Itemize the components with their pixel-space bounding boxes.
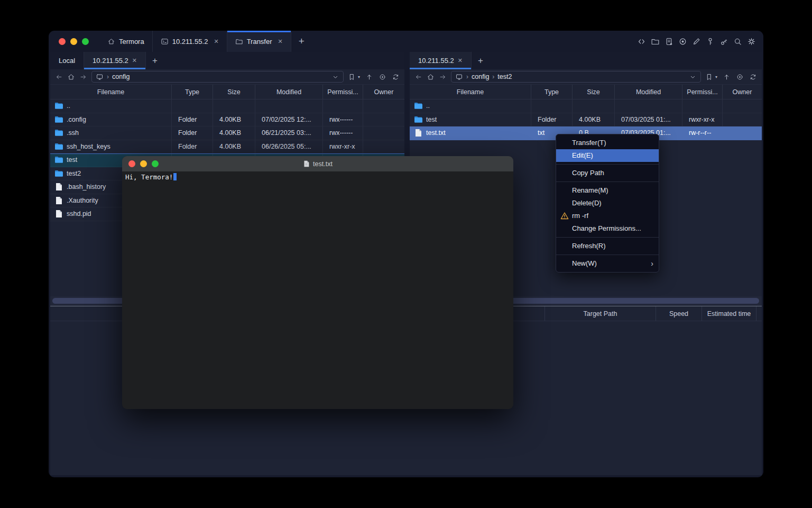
home-icon[interactable]: [427, 73, 435, 81]
menu-item-edit[interactable]: Edit(E): [556, 149, 659, 162]
path-segment[interactable]: test2: [497, 73, 512, 80]
cell-size: 4.00KB: [213, 113, 255, 127]
chevron-down-icon[interactable]: [331, 73, 339, 81]
editor-titlebar[interactable]: test.txt: [122, 156, 513, 171]
cell-owner: [363, 99, 404, 113]
column-header[interactable]: Filename: [410, 85, 531, 99]
home-icon[interactable]: [67, 73, 75, 81]
table-row[interactable]: .config Folder 4.00KB 07/02/2025 12:... …: [50, 113, 404, 127]
menu-item-copy-path[interactable]: Copy Path: [556, 167, 659, 179]
cell-permissions: rwx------: [323, 113, 363, 127]
keychain-icon[interactable]: [719, 37, 728, 46]
eye-icon[interactable]: [379, 73, 386, 81]
panel-tab-host[interactable]: 10.211.55.2 ✕: [84, 52, 146, 69]
editor-title-text: test.txt: [313, 160, 333, 168]
bookmark-caret-icon[interactable]: ▾: [715, 75, 717, 79]
path-segment[interactable]: config: [112, 73, 130, 80]
window-titlebar: Termora 10.211.55.2 ✕ Transfer ✕ +: [49, 31, 763, 52]
close-tab-icon[interactable]: ✕: [214, 38, 218, 45]
close-tab-icon[interactable]: ✕: [458, 57, 463, 64]
close-window-button[interactable]: [59, 38, 66, 45]
forward-icon[interactable]: [79, 73, 87, 81]
close-tab-icon[interactable]: ✕: [132, 57, 137, 64]
column-header[interactable]: Modified: [255, 85, 323, 99]
search-icon[interactable]: [733, 37, 742, 46]
tab-termora[interactable]: Termora: [99, 31, 152, 52]
table-row[interactable]: ssh_host_keys Folder 4.00KB 06/26/2025 0…: [50, 140, 404, 154]
code-icon[interactable]: [637, 37, 646, 46]
menu-item-label: rm -rf: [572, 212, 588, 220]
bookmark-icon[interactable]: [348, 73, 356, 81]
upload-icon[interactable]: [365, 73, 373, 81]
column-header[interactable]: Estimated time: [702, 306, 756, 321]
table-row[interactable]: .ssh Folder 4.00KB 06/21/2025 03:... rwx…: [50, 126, 404, 140]
eye-icon[interactable]: [736, 73, 744, 81]
column-header[interactable]: Target Path: [545, 306, 656, 321]
back-icon[interactable]: [414, 73, 422, 81]
table-row[interactable]: ..: [410, 99, 762, 113]
add-panel-tab-button[interactable]: +: [472, 52, 490, 69]
column-header[interactable]: Permissi...: [323, 85, 363, 99]
path-segment[interactable]: config: [472, 73, 489, 80]
column-header[interactable]: Modified: [615, 85, 682, 99]
add-panel-tab-button[interactable]: +: [146, 52, 164, 69]
record-icon[interactable]: [678, 37, 687, 46]
table-row[interactable]: test Folder 4.00KB 07/03/2025 01:... rwx…: [410, 113, 762, 127]
panel-tab-host[interactable]: 10.211.55.2 ✕: [410, 52, 472, 69]
column-header[interactable]: Permissi...: [682, 85, 723, 99]
cell-owner: [363, 126, 404, 140]
menu-item-rm-rf[interactable]: rm -rf: [556, 210, 659, 222]
cell-permissions: rwx------: [323, 126, 363, 140]
upload-icon[interactable]: [723, 73, 731, 81]
path-separator: ›: [466, 73, 468, 80]
zoom-window-button[interactable]: [152, 160, 159, 167]
settings-gear-icon[interactable]: [747, 37, 756, 46]
menu-item-refresh[interactable]: Refresh(R): [556, 240, 659, 252]
path-bar[interactable]: › config: [91, 71, 344, 83]
folder-icon[interactable]: [651, 37, 660, 46]
path-bar[interactable]: › config › test2: [451, 71, 701, 83]
new-tab-button[interactable]: +: [291, 31, 312, 52]
cell-permissions: [323, 99, 363, 113]
editor-content[interactable]: Hi, Termora!: [122, 171, 513, 183]
column-header[interactable]: Type: [531, 85, 573, 99]
column-header[interactable]: Speed: [656, 306, 702, 321]
column-header[interactable]: Size: [213, 85, 255, 99]
bookmark-caret-icon[interactable]: ▾: [358, 75, 360, 79]
column-header[interactable]: Owner: [363, 85, 404, 99]
column-header[interactable]: Type: [172, 85, 213, 99]
chevron-down-icon[interactable]: [689, 73, 697, 81]
bookmark-icon[interactable]: [705, 73, 713, 81]
tab-host[interactable]: 10.211.55.2 ✕: [152, 31, 227, 52]
menu-item-delete[interactable]: Delete(D): [556, 197, 659, 210]
filename: test2: [67, 170, 81, 177]
zoom-window-button[interactable]: [82, 38, 89, 45]
menu-item-transfer[interactable]: Transfer(T): [556, 137, 659, 149]
menu-separator: [556, 255, 659, 255]
close-tab-icon[interactable]: ✕: [278, 38, 283, 45]
minimize-window-button[interactable]: [70, 38, 77, 45]
menu-separator: [556, 182, 659, 182]
column-header[interactable]: Filename: [50, 85, 172, 99]
menu-item-change-permissions[interactable]: Change Permissions...: [556, 222, 659, 235]
menu-separator: [556, 237, 659, 238]
cell-modified: [615, 99, 682, 113]
log-icon[interactable]: [665, 37, 673, 46]
back-icon[interactable]: [55, 73, 63, 81]
forward-icon[interactable]: [439, 73, 447, 81]
editor-title: test.txt: [122, 160, 513, 168]
column-header[interactable]: Size: [573, 85, 615, 99]
edit-icon[interactable]: [692, 37, 701, 46]
menu-item-rename[interactable]: Rename(M): [556, 184, 659, 197]
key-icon[interactable]: [706, 37, 715, 46]
refresh-icon[interactable]: [749, 73, 757, 81]
minimize-window-button[interactable]: [140, 160, 147, 167]
refresh-icon[interactable]: [392, 73, 400, 81]
menu-item-new[interactable]: New(W) ›: [556, 257, 659, 270]
computer-icon: [96, 73, 104, 81]
tab-transfer[interactable]: Transfer ✕: [227, 31, 291, 52]
table-row[interactable]: ..: [50, 99, 404, 113]
panel-tab-local[interactable]: Local: [50, 52, 84, 69]
close-window-button[interactable]: [128, 160, 135, 167]
column-header[interactable]: Owner: [723, 85, 762, 99]
